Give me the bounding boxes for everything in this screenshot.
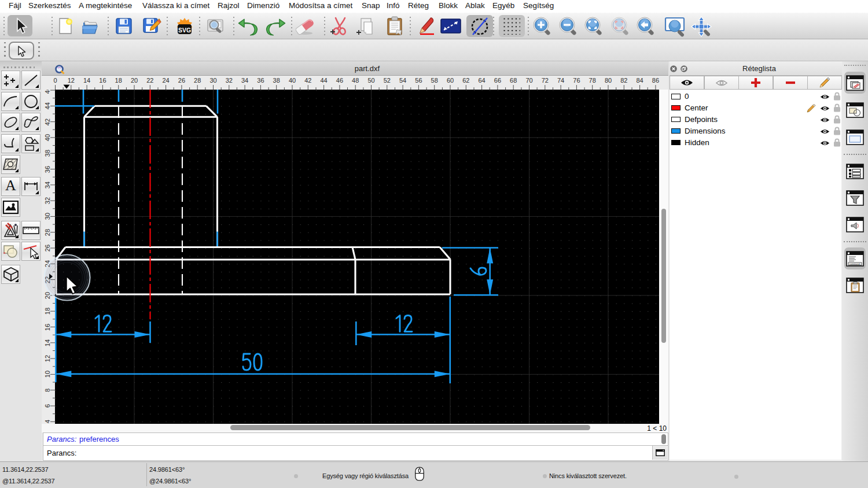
svg-text:SVG: SVG [178,27,191,34]
svg-text:command: command [849,263,860,265]
